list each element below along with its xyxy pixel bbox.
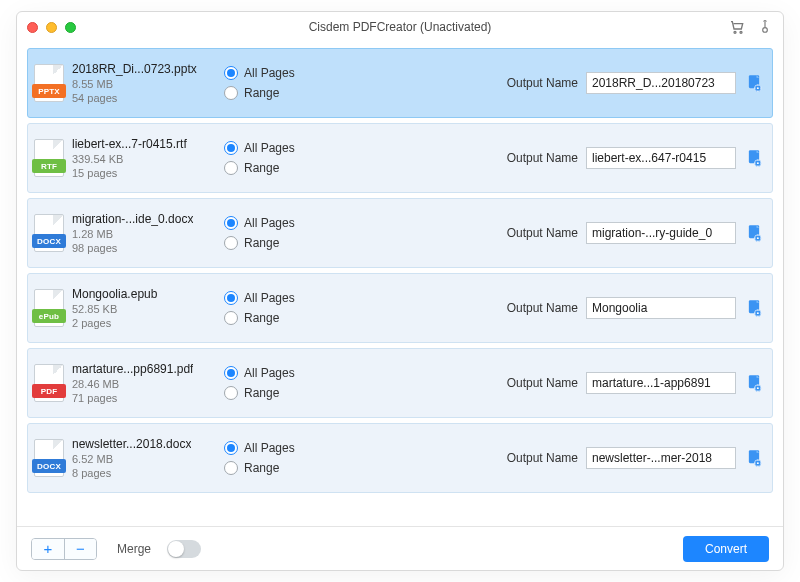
file-row[interactable]: ePub Mongoolia.epub 52.85 KB 2 pages All… xyxy=(27,273,773,343)
file-info: DOCX migration-...ide_0.docx 1.28 MB 98 … xyxy=(34,212,224,254)
output-name-input[interactable] xyxy=(586,297,736,319)
output-name-label: Output Name xyxy=(507,151,578,165)
page-range-group: All Pages Range xyxy=(224,216,354,250)
radio-off-icon xyxy=(224,86,238,100)
file-settings-icon[interactable] xyxy=(746,224,762,242)
merge-label: Merge xyxy=(117,542,151,556)
all-pages-label: All Pages xyxy=(244,66,295,80)
file-pages: 15 pages xyxy=(72,167,187,179)
file-row[interactable]: DOCX migration-...ide_0.docx 1.28 MB 98 … xyxy=(27,198,773,268)
range-label: Range xyxy=(244,386,279,400)
filetype-badge: RTF xyxy=(32,159,66,173)
file-pages: 71 pages xyxy=(72,392,193,404)
radio-off-icon xyxy=(224,311,238,325)
convert-button[interactable]: Convert xyxy=(683,536,769,562)
radio-on-icon xyxy=(224,291,238,305)
merge-toggle[interactable] xyxy=(167,540,201,558)
output-name-label: Output Name xyxy=(507,451,578,465)
output-group: Output Name xyxy=(507,147,736,169)
output-name-label: Output Name xyxy=(507,301,578,315)
range-radio[interactable]: Range xyxy=(224,311,354,325)
file-name: martature...pp6891.pdf xyxy=(72,362,193,376)
close-icon[interactable] xyxy=(27,22,38,33)
file-name: migration-...ide_0.docx xyxy=(72,212,193,226)
add-button[interactable]: + xyxy=(32,539,64,559)
all-pages-radio[interactable]: All Pages xyxy=(224,141,354,155)
output-name-label: Output Name xyxy=(507,226,578,240)
all-pages-label: All Pages xyxy=(244,366,295,380)
radio-on-icon xyxy=(224,141,238,155)
page-range-group: All Pages Range xyxy=(224,291,354,325)
file-row[interactable]: PPTX 2018RR_Di...0723.pptx 8.55 MB 54 pa… xyxy=(27,48,773,118)
window-controls xyxy=(27,22,76,33)
all-pages-radio[interactable]: All Pages xyxy=(224,216,354,230)
range-radio[interactable]: Range xyxy=(224,236,354,250)
page-range-group: All Pages Range xyxy=(224,66,354,100)
file-row[interactable]: RTF liebert-ex...7-r0415.rtf 339.54 KB 1… xyxy=(27,123,773,193)
filetype-badge: ePub xyxy=(32,309,66,323)
output-group: Output Name xyxy=(507,297,736,319)
range-radio[interactable]: Range xyxy=(224,386,354,400)
svg-point-2 xyxy=(763,28,768,33)
radio-on-icon xyxy=(224,366,238,380)
svg-point-1 xyxy=(740,31,742,33)
radio-on-icon xyxy=(224,66,238,80)
output-group: Output Name xyxy=(507,222,736,244)
range-radio[interactable]: Range xyxy=(224,461,354,475)
page-range-group: All Pages Range xyxy=(224,141,354,175)
file-name: 2018RR_Di...0723.pptx xyxy=(72,62,197,76)
file-info: PDF martature...pp6891.pdf 28.46 MB 71 p… xyxy=(34,362,224,404)
all-pages-label: All Pages xyxy=(244,216,295,230)
output-group: Output Name xyxy=(507,447,736,469)
all-pages-radio[interactable]: All Pages xyxy=(224,291,354,305)
cart-icon[interactable] xyxy=(729,19,745,35)
svg-point-14 xyxy=(757,162,759,164)
svg-point-0 xyxy=(734,31,736,33)
file-name: newsletter...2018.docx xyxy=(72,437,191,451)
filetype-icon: ePub xyxy=(34,289,64,327)
output-name-input[interactable] xyxy=(586,372,736,394)
file-pages: 54 pages xyxy=(72,92,197,104)
remove-button[interactable]: − xyxy=(64,539,96,559)
file-row[interactable]: PDF martature...pp6891.pdf 28.46 MB 71 p… xyxy=(27,348,773,418)
footer: + − Merge Convert xyxy=(17,526,783,570)
filetype-icon: PDF xyxy=(34,364,64,402)
all-pages-radio[interactable]: All Pages xyxy=(224,66,354,80)
file-size: 6.52 MB xyxy=(72,453,191,465)
range-label: Range xyxy=(244,86,279,100)
range-radio[interactable]: Range xyxy=(224,161,354,175)
file-settings-icon[interactable] xyxy=(746,74,762,92)
range-radio[interactable]: Range xyxy=(224,86,354,100)
svg-point-38 xyxy=(757,387,759,389)
range-label: Range xyxy=(244,161,279,175)
page-range-group: All Pages Range xyxy=(224,366,354,400)
file-settings-icon[interactable] xyxy=(746,149,762,167)
radio-off-icon xyxy=(224,161,238,175)
minimize-icon[interactable] xyxy=(46,22,57,33)
svg-point-22 xyxy=(757,237,759,239)
file-settings-icon[interactable] xyxy=(746,374,762,392)
zoom-icon[interactable] xyxy=(65,22,76,33)
file-info: ePub Mongoolia.epub 52.85 KB 2 pages xyxy=(34,287,224,329)
file-info: DOCX newsletter...2018.docx 6.52 MB 8 pa… xyxy=(34,437,224,479)
file-settings-icon[interactable] xyxy=(746,449,762,467)
output-name-label: Output Name xyxy=(507,376,578,390)
radio-off-icon xyxy=(224,386,238,400)
all-pages-radio[interactable]: All Pages xyxy=(224,441,354,455)
file-name: liebert-ex...7-r0415.rtf xyxy=(72,137,187,151)
radio-off-icon xyxy=(224,236,238,250)
all-pages-radio[interactable]: All Pages xyxy=(224,366,354,380)
output-group: Output Name xyxy=(507,372,736,394)
file-settings-icon[interactable] xyxy=(746,299,762,317)
file-pages: 98 pages xyxy=(72,242,193,254)
output-name-input[interactable] xyxy=(586,147,736,169)
thermometer-icon[interactable] xyxy=(757,19,773,35)
output-name-input[interactable] xyxy=(586,447,736,469)
file-row[interactable]: DOCX newsletter...2018.docx 6.52 MB 8 pa… xyxy=(27,423,773,493)
file-size: 1.28 MB xyxy=(72,228,193,240)
filetype-icon: RTF xyxy=(34,139,64,177)
output-name-input[interactable] xyxy=(586,72,736,94)
output-name-input[interactable] xyxy=(586,222,736,244)
file-pages: 8 pages xyxy=(72,467,191,479)
output-group: Output Name xyxy=(507,72,736,94)
